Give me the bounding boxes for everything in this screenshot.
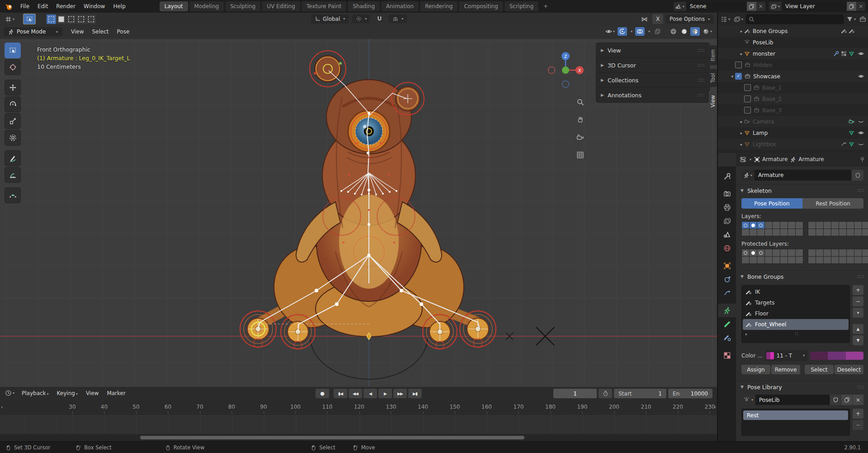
outliner-row-camera[interactable]: ▸Camera [718,116,868,127]
gizmos-toggle[interactable] [618,27,627,36]
outliner-row-base_1[interactable]: Base_1 [718,82,868,93]
armature-layer-cell[interactable] [808,249,816,256]
add-workspace-button[interactable]: + [540,1,552,11]
pivot-point-dropdown[interactable]: ▾ [352,14,370,23]
tool-measure[interactable] [5,167,21,183]
pose-options-dropdown[interactable]: Pose Options▾ [666,14,713,24]
outliner-row-base_2[interactable]: Base_2 [718,93,868,105]
sidebar-tab-view[interactable]: View [709,91,717,111]
remove-pose-button[interactable]: − [853,420,863,430]
frame-start-field[interactable]: Start1 [614,389,666,398]
outliner-filter-button[interactable]: ▾ [845,15,857,24]
delete-view-layer-button[interactable]: × [856,2,865,11]
armature-layer-cell[interactable] [839,222,846,229]
menu-help[interactable]: Help [109,2,129,11]
panel-grip-icon[interactable]: ∷∷ [857,188,864,194]
armature-layer-cell[interactable] [847,222,854,229]
pin-icon[interactable] [859,156,865,162]
properties-tab-constraints[interactable] [718,286,736,300]
bone-group-item-foot_wheel[interactable]: Foot_Wheel [743,319,849,330]
timeline-menu-keying[interactable]: Keying▾ [53,389,82,398]
armature-layer-cell[interactable] [757,222,764,229]
delete-scene-button[interactable]: × [756,2,765,11]
workspace-tab-scripting[interactable]: Scripting [505,1,538,11]
move-bone-group-up-button[interactable]: ▲ [853,324,863,334]
timeline-expand-left-icon[interactable]: › [1,404,3,410]
jump-start-button[interactable]: ▮◀ [334,389,347,398]
mirror-x-toggle[interactable]: X [652,14,663,24]
properties-tab-object-data[interactable] [718,304,736,317]
armature-layer-cell[interactable] [831,257,839,263]
workspace-tab-sculpting[interactable]: Sculpting [225,1,260,11]
breadcrumb-data[interactable]: Armature [790,156,824,162]
tool-scale[interactable] [5,113,21,129]
add-pose-button[interactable]: + [853,409,863,419]
armature-layer-cell[interactable] [765,257,772,263]
visibility-dropdown[interactable]: ▾ [604,27,616,36]
properties-tab-object[interactable] [718,259,736,272]
armature-layer-cell[interactable] [862,229,868,236]
expand-icon[interactable]: ▸ [739,29,744,33]
armature-layer-cell[interactable] [788,257,795,263]
expand-icon[interactable]: ▸ [739,119,744,124]
properties-tab-texture[interactable] [718,348,736,362]
outliner-row-poselib[interactable]: PoseLib [718,37,868,48]
panel-grip-icon[interactable]: ∷∷ [857,274,864,280]
armature-layer-cell[interactable] [788,249,795,256]
armature-layer-cell[interactable] [796,249,803,256]
armature-layer-cell[interactable] [816,229,823,236]
armature-layer-cell[interactable] [847,257,854,263]
move-bone-group-down-button[interactable]: ▼ [853,335,863,345]
collection-checkbox[interactable] [744,107,751,114]
color-set-dropdown[interactable]: 11 - T ▾ [765,350,807,361]
pose-library-panel-header[interactable]: ▼ Pose Library ∷∷ [736,381,868,393]
armature-layer-cell[interactable] [765,249,772,256]
shading-solid-button[interactable] [679,27,689,36]
timeline-menu-marker[interactable]: Marker [103,389,129,398]
scene-name-field[interactable]: Scene [686,2,747,11]
next-keyframe-button[interactable]: ▶▶ [393,389,407,398]
sidebar-section-collections[interactable]: ▶Collections∷∷ [596,73,709,88]
properties-editor-type-button[interactable]: ▾ [740,156,751,163]
expand-icon[interactable]: ▸ [745,332,748,336]
outliner-row-bone-groups[interactable]: ▸Bone Groups [718,25,868,37]
armature-layer-cell[interactable] [854,257,862,263]
armature-layer-cell[interactable] [757,257,764,263]
select-mode-extend[interactable] [57,14,66,24]
armature-layer-cell[interactable] [839,229,846,236]
outliner-row-showcase[interactable]: ▾✓Showcase [718,71,868,82]
outliner-row-base_3[interactable]: Base_3 [718,105,868,116]
blender-logo-icon[interactable] [3,1,14,11]
jump-end-button[interactable]: ▶▮ [408,389,422,398]
play-button[interactable]: ▶ [378,389,392,398]
select-mode-subtract[interactable] [66,14,76,24]
armature-layer-cell[interactable] [780,222,788,229]
armature-layer-cell[interactable] [773,257,780,263]
timeline-menu-playback[interactable]: Playback▾ [18,389,53,398]
panel-grip-icon[interactable]: ∷∷ [857,384,864,390]
armature-layer-cell[interactable] [854,229,862,236]
pose-library-name-input[interactable]: PoseLib [755,395,830,405]
armature-layer-cell[interactable] [796,257,803,263]
auto-key-toggle[interactable]: ● [316,389,329,398]
mirror-icon[interactable]: ⋈ [639,14,650,24]
outliner-search-input[interactable] [746,14,844,24]
bone-group-item-targets[interactable]: Targets [743,297,849,308]
breadcrumb-object[interactable]: Armature [754,156,788,162]
properties-tab-physics[interactable] [718,272,736,286]
bone-group-item-ik[interactable]: IK [743,286,849,297]
properties-tab-scene[interactable] [718,228,736,241]
armature-layer-cell[interactable] [742,257,749,263]
armature-layer-cell[interactable] [780,257,788,263]
nav-zoom-button[interactable] [575,97,585,107]
pose-position-button[interactable]: Pose Position [741,198,802,209]
expand-icon[interactable]: ▸ [739,52,744,56]
armature-layer-cell[interactable] [796,229,803,236]
timeline-ruler[interactable]: › ‹ 304050607080901001101201301401501601… [0,401,717,415]
workspace-tab-layout[interactable]: Layout [160,1,188,11]
armature-layer-cell[interactable] [854,249,862,256]
collection-checkbox[interactable] [744,84,751,91]
bone-group-item-floor[interactable]: Floor [743,308,849,319]
armature-layer-cell[interactable] [847,229,854,236]
armature-layer-cell[interactable] [780,229,788,236]
